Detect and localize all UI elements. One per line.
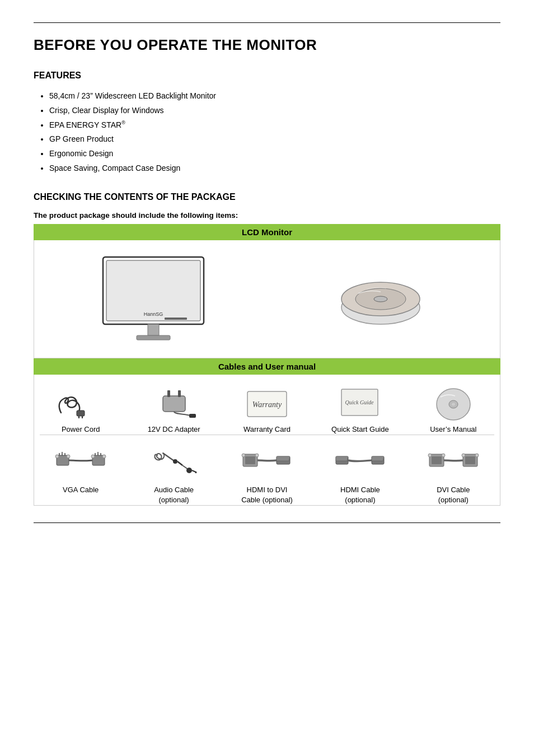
svg-point-45 xyxy=(242,454,245,457)
svg-point-56 xyxy=(462,454,465,457)
power-cord-icon xyxy=(55,384,106,420)
warranty-card-label: Warranty Card xyxy=(243,424,291,435)
warranty-card-item: Warranty Warranty Card xyxy=(221,384,313,435)
hdmi-dvi-label: HDMI to DVICable (optional) xyxy=(241,485,293,505)
svg-point-40 xyxy=(186,468,192,473)
lcd-row: HannSG xyxy=(34,240,500,358)
dc-adapter-icon xyxy=(149,384,199,420)
svg-rect-16 xyxy=(189,414,196,418)
dc-adapter-item: 12V DC Adapter xyxy=(127,384,220,435)
svg-point-46 xyxy=(255,454,259,457)
users-manual-icon xyxy=(428,384,479,420)
svg-point-35 xyxy=(102,455,106,458)
main-title: BEFORE YOU OPERATE THE MONITOR xyxy=(34,36,500,54)
svg-line-38 xyxy=(177,461,182,465)
svg-point-53 xyxy=(442,454,445,457)
cables-header: Cables and User manual xyxy=(34,358,500,375)
audio-cable-item: Audio Cable(optional) xyxy=(127,444,220,505)
lcd-section: HannSG xyxy=(34,240,500,358)
svg-point-57 xyxy=(475,454,479,457)
features-title: FEATURES xyxy=(34,71,500,81)
monitor-illustration: HannSG xyxy=(40,251,267,347)
dvi-cable-icon xyxy=(428,444,479,480)
checking-title: CHECKING THE CONTENTS OF THE PACKAGE xyxy=(34,192,500,202)
svg-point-34 xyxy=(91,455,95,458)
warranty-card-icon: Warranty xyxy=(242,384,292,420)
svg-point-9 xyxy=(374,296,387,302)
svg-rect-10 xyxy=(77,410,85,416)
svg-rect-13 xyxy=(163,396,185,412)
svg-point-23 xyxy=(452,403,455,406)
features-section: FEATURES 58,4cm / 23” Widescreen LED Bac… xyxy=(34,71,500,175)
svg-rect-51 xyxy=(432,456,442,464)
feature-item: Ergonomic Design xyxy=(49,147,500,161)
svg-rect-15 xyxy=(178,390,181,397)
cables-section: Power Cord 12 xyxy=(34,375,500,506)
dvi-cable-label: DVI Cable(optional) xyxy=(437,485,470,505)
svg-text:Quick Guide: Quick Guide xyxy=(345,399,374,405)
dc-adapter-label: 12V DC Adapter xyxy=(148,424,200,435)
vga-cable-item: VGA Cable xyxy=(34,444,127,505)
vga-cable-label: VGA Cable xyxy=(63,485,99,495)
feature-item: EPA ENERGY STAR® xyxy=(49,119,500,132)
bottom-divider xyxy=(34,522,500,523)
users-manual-label: User’s Manual xyxy=(430,424,476,435)
feature-item: Space Saving, Compact Case Design xyxy=(49,162,500,175)
quick-start-item: Quick Guide Quick Start Guide xyxy=(313,384,406,435)
lcd-header: LCD Monitor xyxy=(34,224,500,240)
cd-illustration xyxy=(267,263,494,335)
svg-point-37 xyxy=(173,459,177,464)
audio-cable-label: Audio Cable(optional) xyxy=(154,485,194,505)
svg-rect-44 xyxy=(245,456,255,464)
top-divider xyxy=(34,22,500,23)
svg-rect-3 xyxy=(165,318,187,320)
audio-cable-icon xyxy=(149,444,199,480)
features-list: 58,4cm / 23” Widescreen LED Backlight Mo… xyxy=(34,90,500,175)
package-note: The product package should include the f… xyxy=(34,211,500,220)
svg-text:HannSG: HannSG xyxy=(144,311,163,317)
svg-text:Warranty: Warranty xyxy=(252,400,282,409)
svg-rect-4 xyxy=(148,324,159,335)
quick-start-label: Quick Start Guide xyxy=(331,424,389,435)
svg-rect-55 xyxy=(465,456,475,464)
hdmi-cable-label: HDMI Cable(optional) xyxy=(340,485,380,505)
hdmi-dvi-icon xyxy=(242,444,292,480)
hdmi-cable-item: HDMI Cable(optional) xyxy=(313,444,406,505)
checking-section: CHECKING THE CONTENTS OF THE PACKAGE The… xyxy=(34,192,500,506)
quick-start-icon: Quick Guide xyxy=(335,384,385,420)
svg-rect-5 xyxy=(137,335,170,340)
row2-icons: VGA Cable xyxy=(34,435,500,505)
svg-point-52 xyxy=(428,454,432,457)
svg-rect-14 xyxy=(167,390,170,397)
svg-line-36 xyxy=(163,453,174,461)
users-manual-item: User’s Manual xyxy=(407,384,500,435)
vga-cable-icon xyxy=(55,444,106,480)
svg-point-29 xyxy=(67,455,70,458)
power-cord-label: Power Cord xyxy=(62,424,100,435)
row1-icons: Power Cord 12 xyxy=(34,375,500,435)
dvi-cable-item: DVI Cable(optional) xyxy=(407,444,500,505)
hdmi-cable-icon xyxy=(335,444,385,480)
feature-item: 58,4cm / 23” Widescreen LED Backlight Mo… xyxy=(49,90,500,103)
svg-point-28 xyxy=(55,455,59,458)
hdmi-dvi-item: HDMI to DVICable (optional) xyxy=(221,444,313,505)
power-cord-item: Power Cord xyxy=(34,384,127,435)
feature-item: Crisp, Clear Display for Windows xyxy=(49,104,500,118)
feature-item: GP Green Product xyxy=(49,133,500,146)
